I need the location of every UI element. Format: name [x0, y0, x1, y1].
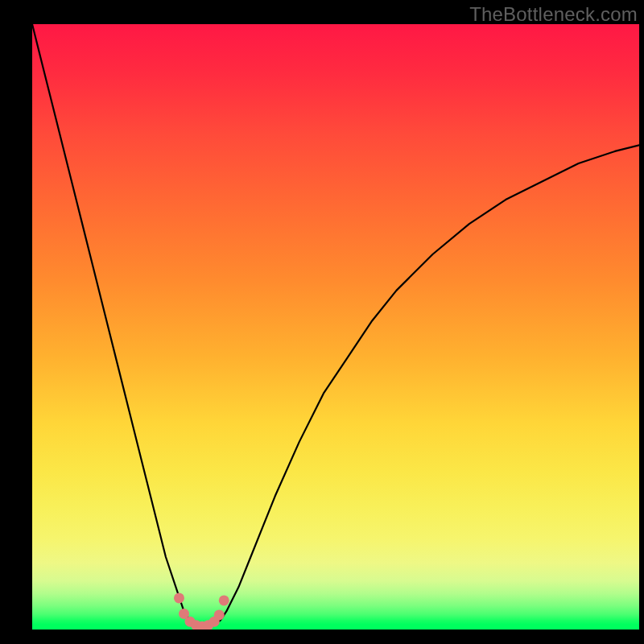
chart-frame: TheBottleneck.com — [0, 0, 644, 644]
curve-svg — [32, 24, 639, 630]
marker-point — [174, 592, 184, 603]
marker-point — [219, 595, 229, 605]
plot-area — [32, 24, 639, 630]
bottleneck-curve — [32, 24, 639, 626]
marker-point — [214, 609, 225, 620]
marker-group — [174, 592, 229, 630]
watermark-text: TheBottleneck.com — [469, 3, 638, 26]
